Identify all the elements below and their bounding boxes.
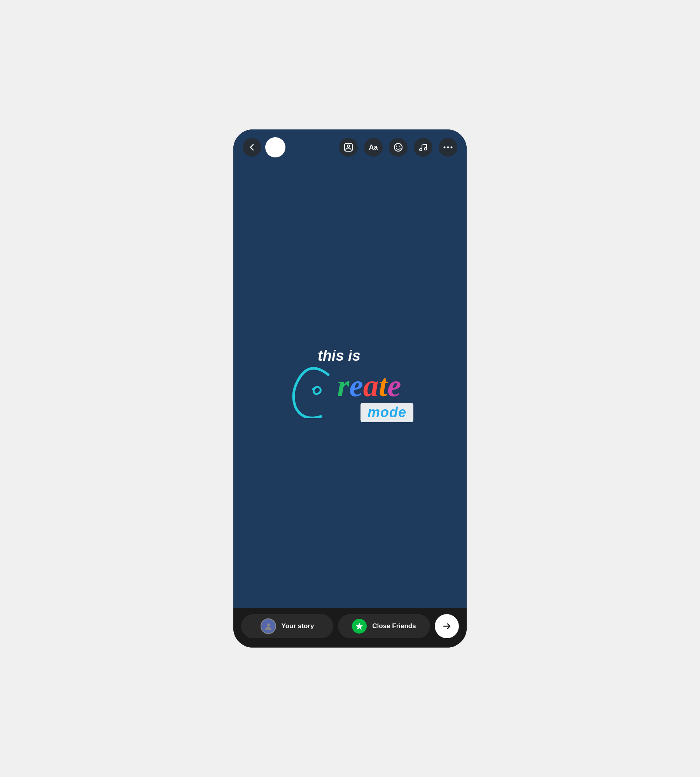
phone-container: Aa <box>233 129 467 648</box>
circle-draw-button[interactable] <box>265 137 285 157</box>
svg-point-3 <box>396 146 397 147</box>
your-story-label: Your story <box>282 622 314 630</box>
toolbar: Aa <box>233 129 467 161</box>
text-icon-label: Aa <box>369 143 378 152</box>
letter-t: t <box>379 368 387 403</box>
create-row: reate mode <box>287 360 413 422</box>
svg-point-1 <box>347 145 350 147</box>
cursive-c-icon <box>287 364 337 418</box>
toolbar-right: Aa <box>339 138 457 157</box>
mode-badge: mode <box>360 403 413 422</box>
close-friends-label: Close Friends <box>372 622 416 630</box>
svg-point-4 <box>399 146 401 147</box>
create-letters: reate <box>337 370 413 401</box>
svg-point-5 <box>420 148 422 151</box>
send-button[interactable] <box>435 614 459 638</box>
music-button[interactable] <box>414 138 432 157</box>
back-button[interactable] <box>243 138 261 157</box>
letter-e2: e <box>387 368 401 403</box>
story-canvas: Aa <box>233 129 467 608</box>
green-star-icon <box>352 619 367 634</box>
letter-a: a <box>363 368 379 403</box>
svg-point-6 <box>424 148 427 150</box>
reate-group: reate mode <box>337 366 413 422</box>
arrow-right-icon <box>441 621 452 632</box>
your-story-button[interactable]: Your story <box>241 614 333 638</box>
svg-point-8 <box>447 147 449 148</box>
text-button[interactable]: Aa <box>364 138 383 157</box>
svg-marker-11 <box>356 623 363 630</box>
bottom-bar: Your story Close Friends <box>233 608 467 648</box>
close-friends-button[interactable]: Close Friends <box>338 614 430 638</box>
svg-point-10 <box>267 623 270 627</box>
toolbar-left <box>243 137 285 157</box>
person-sticker-button[interactable] <box>339 138 358 157</box>
sticker-button[interactable] <box>389 138 408 157</box>
more-options-button[interactable] <box>439 138 457 157</box>
create-mode-graphic: this is reate <box>287 347 413 422</box>
letter-e1: e <box>349 368 363 403</box>
story-center: this is reate <box>233 161 467 608</box>
svg-point-7 <box>444 147 446 148</box>
svg-point-9 <box>451 147 453 148</box>
letter-r: r <box>337 368 349 403</box>
avatar <box>261 618 276 634</box>
mode-text: mode <box>368 404 406 420</box>
svg-point-2 <box>394 143 402 151</box>
